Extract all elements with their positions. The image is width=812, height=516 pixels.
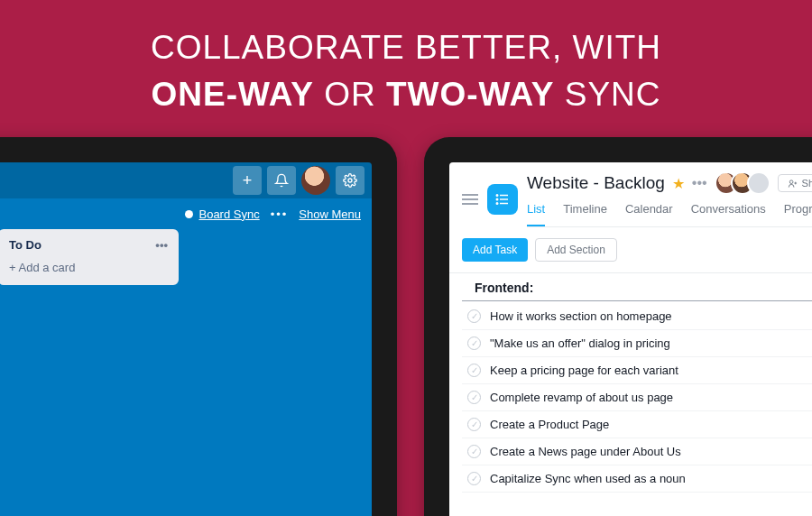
device-left: + Board Sync ••• Show Menu ed terminolog…: [0, 137, 397, 516]
check-circle-icon[interactable]: ✓: [467, 391, 481, 404]
task-title: Complete revamp of about us page: [490, 391, 673, 404]
list-icon: [494, 191, 511, 207]
status-dot-icon: [185, 210, 193, 218]
check-circle-icon[interactable]: ✓: [467, 336, 481, 350]
svg-point-4: [496, 195, 498, 197]
device-right: Website - Backlog ★ ••• Share List: [424, 137, 812, 516]
task-title: Capitalize Sync when used as a noun: [490, 472, 686, 485]
marketing-headline: COLLABORATE BETTER, WITH ONE-WAY OR TWO-…: [0, 0, 812, 114]
asana-header: Website - Backlog ★ ••• Share List: [449, 162, 812, 227]
svg-point-7: [789, 180, 793, 183]
headline-bold-1: ONE-WAY: [151, 76, 313, 113]
trello-topbar: +: [0, 162, 372, 198]
subbar-more-icon[interactable]: •••: [271, 207, 289, 221]
trello-board: ed terminology n 12 filters 2 ther card …: [0, 229, 372, 388]
list-title: To Do: [9, 238, 42, 252]
hamburger-menu[interactable]: [462, 194, 478, 205]
tab-calendar[interactable]: Calendar: [625, 202, 673, 226]
add-button[interactable]: +: [233, 166, 262, 195]
person-plus-icon: [788, 179, 798, 189]
asana-screen: Website - Backlog ★ ••• Share List: [449, 162, 812, 516]
task-row[interactable]: ✓ "Make us an offer" dialog in pricing: [462, 330, 812, 357]
avatar: [747, 171, 770, 195]
headline-bold-2: TWO-WAY: [386, 76, 555, 113]
show-menu-link[interactable]: Show Menu: [299, 207, 361, 221]
task-title: How it works section on homepage: [490, 309, 672, 323]
headline-tail: SYNC: [554, 76, 660, 113]
add-section-button[interactable]: Add Section: [535, 238, 617, 262]
section-header[interactable]: Frontend:: [462, 273, 812, 301]
project-tabs: List Timeline Calendar Conversations Pro…: [527, 195, 812, 227]
task-list: ✓ How it works section on homepage ✓ "Ma…: [449, 303, 812, 493]
member-facepile[interactable]: [715, 171, 770, 195]
task-title: Create a News page under About Us: [490, 445, 681, 458]
user-avatar[interactable]: [301, 166, 330, 195]
task-row[interactable]: ✓ How it works section on homepage: [462, 303, 812, 330]
svg-point-0: [348, 179, 352, 182]
board-sync-link[interactable]: Board Sync: [185, 207, 259, 221]
add-task-button[interactable]: Add Task: [462, 238, 528, 262]
plus-icon: +: [243, 171, 253, 190]
check-circle-icon[interactable]: ✓: [467, 309, 481, 323]
task-title: Create a Product Page: [490, 418, 609, 431]
asana-toolbar: Add Task Add Section Add: [449, 227, 812, 273]
check-circle-icon[interactable]: ✓: [467, 418, 481, 431]
tab-timeline[interactable]: Timeline: [563, 202, 607, 226]
headline-line-1: COLLABORATE BETTER, WITH: [0, 29, 812, 67]
task-title: Keep a pricing page for each variant: [490, 364, 678, 377]
bell-icon: [274, 173, 289, 188]
tab-list[interactable]: List: [527, 202, 545, 226]
project-more-icon[interactable]: •••: [692, 175, 707, 191]
task-title: "Make us an offer" dialog in pricing: [490, 336, 670, 350]
headline-mid: OR: [314, 76, 386, 113]
task-row[interactable]: ✓ Create a Product Page: [462, 411, 812, 438]
share-button[interactable]: Share: [778, 174, 812, 192]
task-row[interactable]: ✓ Capitalize Sync when used as a noun: [462, 465, 812, 493]
add-card-button[interactable]: + Add a card: [5, 257, 171, 278]
favorite-star-icon[interactable]: ★: [672, 175, 685, 192]
check-circle-icon[interactable]: ✓: [467, 364, 481, 377]
tab-progress[interactable]: Progress: [784, 202, 812, 226]
list-menu-icon[interactable]: •••: [155, 238, 168, 252]
svg-point-5: [496, 198, 498, 200]
task-row[interactable]: ✓ Keep a pricing page for each variant: [462, 357, 812, 384]
check-circle-icon[interactable]: ✓: [467, 472, 481, 485]
share-label: Share: [802, 178, 812, 189]
gear-icon: [343, 173, 357, 188]
notifications-button[interactable]: [267, 166, 296, 195]
board-sync-label: Board Sync: [198, 207, 259, 221]
hamburger-icon: [462, 194, 478, 196]
trello-subbar: Board Sync ••• Show Menu: [0, 198, 372, 229]
tab-conversations[interactable]: Conversations: [691, 202, 766, 226]
project-title: Website - Backlog: [527, 173, 665, 193]
trello-screen: + Board Sync ••• Show Menu ed terminolog…: [0, 162, 372, 516]
settings-button[interactable]: [336, 166, 364, 195]
task-row[interactable]: ✓ Create a News page under About Us: [462, 438, 812, 465]
task-row[interactable]: ✓ Complete revamp of about us page: [462, 384, 812, 411]
check-circle-icon[interactable]: ✓: [467, 445, 481, 458]
project-icon[interactable]: [487, 184, 518, 215]
svg-point-6: [496, 203, 498, 205]
trello-list: To Do ••• + Add a card: [0, 229, 179, 285]
headline-line-2: ONE-WAY OR TWO-WAY SYNC: [0, 76, 812, 114]
